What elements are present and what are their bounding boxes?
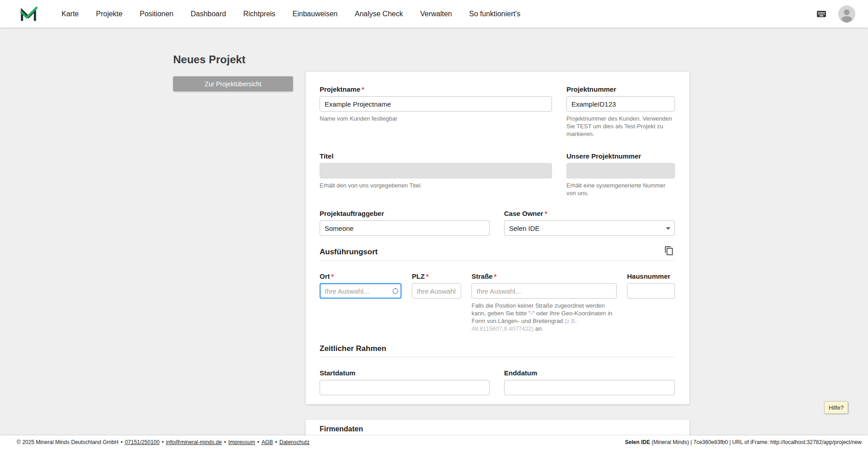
footer: © 2025 Mineral Minds Deutschland GmbH • … bbox=[0, 435, 868, 449]
field-projektauftraggeber: Projektauftraggeber bbox=[320, 210, 490, 236]
strasse-helper: Falls die Position keiner Straße zugeord… bbox=[472, 302, 617, 332]
main-nav: Karte Projekte Positionen Dashboard Rich… bbox=[61, 10, 520, 18]
required-marker: * bbox=[331, 272, 334, 280]
strasse-helper-main: Falls die Position keiner Straße zugeord… bbox=[472, 302, 612, 324]
nav-item-projekte[interactable]: Projekte bbox=[96, 10, 123, 18]
projektname-input[interactable] bbox=[320, 96, 552, 112]
strasse-helper-suffix: an. bbox=[533, 325, 543, 332]
field-plz: PLZ* bbox=[412, 272, 461, 332]
field-ort: Ort* bbox=[320, 272, 401, 332]
copy-icon[interactable] bbox=[663, 245, 675, 257]
footer-left: © 2025 Mineral Minds Deutschland GmbH • … bbox=[17, 439, 310, 445]
user-avatar-icon[interactable] bbox=[838, 5, 855, 23]
email-link[interactable]: info@mineral-minds.de bbox=[166, 439, 222, 445]
titel-helper: Erhält den von uns vorgegebenen Titel. bbox=[320, 182, 552, 189]
ort-label-text: Ort bbox=[320, 272, 330, 280]
zeitlicher-rahmen-heading-text: Zeitlicher Rahmen bbox=[320, 344, 386, 353]
field-hausnummer: Hausnummer bbox=[627, 272, 675, 332]
plz-label: PLZ* bbox=[412, 272, 461, 280]
field-strasse: Straße* Falls die Position keiner Straße… bbox=[472, 272, 617, 332]
chevron-down-icon bbox=[666, 227, 670, 230]
ort-label: Ort* bbox=[320, 272, 401, 280]
case-owner-selected-value: Selen IDE bbox=[509, 224, 540, 232]
projektname-label: Projektname* bbox=[320, 85, 552, 93]
session-details: (Mineral Minds) | 7ce360e83fb0 | URL of … bbox=[650, 439, 862, 445]
projektnummer-label: Projektnummer bbox=[566, 85, 675, 93]
left-column: Zur Projektübersicht bbox=[173, 72, 293, 91]
section-ausfuehrungsort: Ausführungsort bbox=[320, 248, 675, 261]
impressum-link[interactable]: Impressum bbox=[228, 439, 255, 445]
projektname-label-text: Projektname bbox=[320, 85, 360, 93]
agb-link[interactable]: AGB bbox=[261, 439, 273, 445]
separator-dot: • bbox=[121, 439, 123, 445]
field-titel: Titel Erhält den von uns vorgegebenen Ti… bbox=[320, 152, 552, 197]
enddatum-label: Enddatum bbox=[504, 369, 675, 377]
separator-dot: • bbox=[162, 439, 164, 445]
required-marker: * bbox=[362, 85, 364, 93]
field-startdatum: Startdatum bbox=[320, 369, 490, 395]
section-firmendaten: Firmendaten bbox=[320, 425, 675, 436]
plz-label-text: PLZ bbox=[412, 272, 425, 280]
ausfuehrungsort-heading-text: Ausführungsort bbox=[320, 248, 377, 256]
strasse-label: Straße* bbox=[472, 272, 617, 280]
unsere-projektnummer-input bbox=[566, 163, 675, 178]
field-case-owner: Case Owner* Selen IDE bbox=[504, 210, 675, 236]
datenschutz-link[interactable]: Datenschutz bbox=[279, 439, 310, 445]
unsere-projektnummer-helper: Erhält eine systemgenerierte Nummer von … bbox=[566, 182, 675, 197]
enddatum-input[interactable] bbox=[504, 380, 675, 395]
nav-item-verwalten[interactable]: Verwalten bbox=[420, 10, 452, 18]
titel-input bbox=[320, 163, 552, 178]
field-projektnummer: Projektnummer Projektnummer des Kunden. … bbox=[566, 85, 675, 138]
projektauftraggeber-input[interactable] bbox=[320, 220, 490, 236]
unsere-projektnummer-label: Unsere Projektnummer bbox=[566, 152, 675, 160]
hausnummer-label: Hausnummer bbox=[627, 272, 675, 280]
hausnummer-input[interactable] bbox=[627, 283, 675, 299]
projektname-helper: Name vom Kunden festlegbar bbox=[320, 115, 552, 122]
main-content: Neues Projekt Zur Projektübersicht Proje… bbox=[0, 28, 868, 435]
separator-dot: • bbox=[257, 439, 259, 445]
required-marker: * bbox=[426, 272, 429, 280]
separator-dot: • bbox=[275, 439, 277, 445]
copyright-text: © 2025 Mineral Minds Deutschland GmbH bbox=[17, 439, 118, 445]
nav-item-so-funktionierts[interactable]: So funktioniert's bbox=[469, 10, 520, 18]
nav-item-richtpreis[interactable]: Richtpreis bbox=[243, 10, 275, 18]
startdatum-label: Startdatum bbox=[320, 369, 490, 377]
nav-item-analyse-check[interactable]: Analyse Check bbox=[355, 10, 403, 18]
navbar-actions bbox=[815, 5, 855, 23]
field-projektname: Projektname* Name vom Kunden festlegbar bbox=[320, 85, 552, 138]
required-marker: * bbox=[494, 272, 497, 280]
separator-dot: • bbox=[224, 439, 226, 445]
navbar: Karte Projekte Positionen Dashboard Rich… bbox=[0, 0, 868, 28]
projektnummer-helper: Projektnummer des Kunden. Verwenden Sie … bbox=[566, 115, 675, 138]
phone-link[interactable]: 07151/250100 bbox=[125, 439, 160, 445]
plz-input[interactable] bbox=[412, 283, 461, 299]
required-marker: * bbox=[545, 210, 547, 217]
projektauftraggeber-label: Projektauftraggeber bbox=[320, 210, 490, 217]
titel-label: Titel bbox=[320, 152, 552, 160]
case-owner-label-text: Case Owner bbox=[504, 210, 543, 217]
nav-item-positionen[interactable]: Positionen bbox=[140, 10, 174, 18]
session-user-name: Selen IDE bbox=[625, 439, 650, 445]
nav-item-dashboard[interactable]: Dashboard bbox=[191, 10, 226, 18]
projektnummer-input[interactable] bbox=[566, 96, 675, 112]
session-info: Selen IDE (Mineral Minds) | 7ce360e83fb0… bbox=[625, 439, 862, 445]
strasse-label-text: Straße bbox=[472, 272, 493, 280]
case-owner-label: Case Owner* bbox=[504, 210, 675, 217]
right-column: Projektname* Name vom Kunden festlegbar … bbox=[306, 72, 689, 441]
help-button[interactable]: Hilfe? bbox=[824, 401, 848, 414]
section-zeitlicher-rahmen: Zeitlicher Rahmen bbox=[320, 344, 675, 357]
mineral-minds-logo-icon[interactable] bbox=[19, 5, 38, 23]
project-form-card: Projektname* Name vom Kunden festlegbar … bbox=[306, 72, 689, 404]
startdatum-input[interactable] bbox=[320, 380, 490, 395]
case-owner-select[interactable]: Selen IDE bbox=[504, 220, 675, 236]
field-enddatum: Enddatum bbox=[504, 369, 675, 395]
strasse-input[interactable] bbox=[472, 283, 617, 299]
nav-item-einbauweisen[interactable]: Einbauweisen bbox=[292, 10, 338, 18]
page-title: Neues Projekt bbox=[173, 54, 868, 65]
keyboard-icon[interactable] bbox=[815, 9, 828, 19]
nav-item-karte[interactable]: Karte bbox=[61, 10, 79, 18]
back-to-project-overview-button[interactable]: Zur Projektübersicht bbox=[173, 76, 293, 91]
loading-spinner-icon bbox=[392, 288, 398, 294]
field-unsere-projektnummer: Unsere Projektnummer Erhält eine systemg… bbox=[566, 152, 675, 197]
ort-input[interactable] bbox=[320, 283, 401, 299]
